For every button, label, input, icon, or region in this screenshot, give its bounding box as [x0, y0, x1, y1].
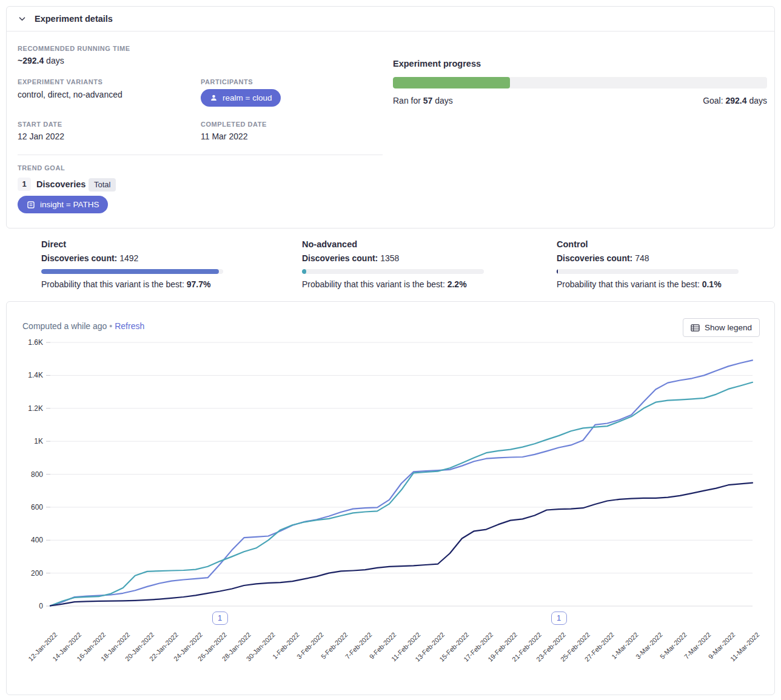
svg-text:200: 200 [31, 569, 43, 578]
completed-date-label: COMPLETED DATE [201, 121, 267, 128]
variant-card-control: Control Discoveries count: 748 Probabili… [557, 233, 740, 294]
start-date-value: 12 Jan 2022 [18, 132, 64, 141]
variant-probability-bar [557, 269, 739, 274]
svg-text:0: 0 [39, 602, 43, 610]
trend-line-chart[interactable]: 02004006008001K1.2K1.4K1.6K12-Jan-202214… [7, 302, 773, 693]
variant-count: Discoveries count: 748 [557, 253, 649, 263]
svg-text:1.2K: 1.2K [28, 404, 43, 413]
variant-name: Control [557, 239, 588, 249]
goal-text: Goal: 292.4 days [393, 96, 767, 105]
start-date-label: START DATE [18, 121, 62, 128]
series-index-chip: 1 [18, 178, 31, 191]
chevron-down-icon[interactable] [18, 15, 26, 23]
participants-label: PARTICIPANTS [201, 78, 253, 85]
panel-title: Experiment details [35, 14, 113, 24]
divider [18, 155, 383, 155]
results-chart-panel: Computed a while ago•Refresh Show legend… [6, 301, 775, 695]
goal-math-chip: Total [89, 178, 116, 192]
experiment-progress-bar [393, 77, 767, 88]
experiment-details-header[interactable]: Experiment details [7, 7, 774, 32]
annotation-badge[interactable]: 1 [551, 612, 567, 625]
person-icon [210, 94, 218, 102]
variant-probability-bar [302, 269, 484, 274]
experiment-variants-label: EXPERIMENT VARIANTS [18, 78, 102, 85]
variant-probability-bar [41, 269, 223, 274]
svg-text:1.4K: 1.4K [28, 371, 43, 379]
variant-name: Direct [41, 239, 66, 249]
variant-count: Discoveries count: 1358 [302, 253, 399, 263]
completed-date-value: 11 Mar 2022 [201, 132, 248, 141]
insight-filter-pill[interactable]: insight = PATHS [18, 196, 108, 213]
recommended-running-time-value: ~292.4 days [18, 56, 64, 65]
experiment-progress-fill [393, 77, 510, 88]
variant-card-no-advanced: No-advanced Discoveries count: 1358 Prob… [302, 233, 485, 294]
svg-text:800: 800 [31, 470, 43, 479]
experiment-variants-value: control, direct, no-advanced [18, 90, 122, 99]
variant-count: Discoveries count: 1492 [41, 253, 138, 263]
insight-icon [27, 201, 35, 209]
participants-filter-pill[interactable]: realm = cloud [201, 89, 281, 107]
svg-text:600: 600 [31, 503, 43, 512]
svg-text:1.6K: 1.6K [28, 338, 43, 347]
recommended-running-time-label: RECOMMENDED RUNNING TIME [18, 45, 130, 52]
svg-text:1K: 1K [34, 437, 43, 445]
variant-probability-text: Probability that this variant is the bes… [41, 279, 210, 289]
experiment-progress-title: Experiment progress [393, 59, 481, 68]
experiment-details-panel: Experiment details RECOMMENDED RUNNING T… [6, 6, 775, 228]
variant-card-direct: Direct Discoveries count: 1492 Probabili… [41, 233, 224, 294]
svg-text:400: 400 [31, 536, 43, 544]
variant-probability-text: Probability that this variant is the bes… [302, 279, 467, 289]
trend-goal-label: TREND GOAL [18, 164, 65, 172]
goal-event-name: Discoveries [36, 179, 85, 189]
variant-name: No-advanced [302, 239, 357, 249]
variant-probability-text: Probability that this variant is the bes… [557, 279, 722, 289]
annotation-badge[interactable]: 1 [212, 612, 228, 625]
